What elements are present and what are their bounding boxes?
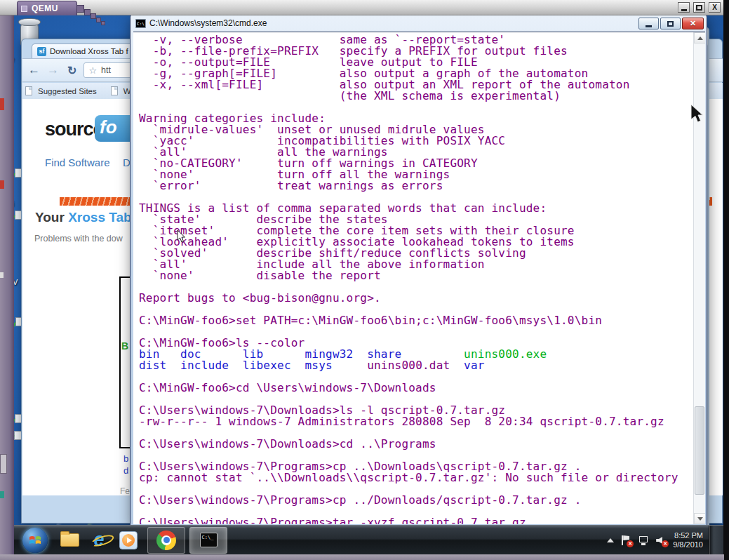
scroll-down-icon bbox=[697, 517, 703, 521]
taskbar-chrome-button[interactable] bbox=[147, 527, 185, 554]
minimize-icon bbox=[646, 25, 652, 27]
guest-mouse-cursor-icon bbox=[177, 229, 187, 244]
bookmark-page-icon bbox=[25, 86, 32, 95]
window-menu-icon[interactable] bbox=[21, 6, 27, 12]
scrollbar-thumb[interactable] bbox=[695, 406, 704, 495]
nav-link-find-software[interactable]: Find Software bbox=[45, 156, 110, 168]
host-minimize-button[interactable] bbox=[678, 2, 690, 13]
ad-text-fragment: B bbox=[121, 340, 128, 352]
cmd-icon: C:\ bbox=[135, 19, 146, 28]
background-window-fragment bbox=[0, 454, 7, 474]
flag-icon bbox=[622, 535, 623, 545]
page-heading-accent: Xross Tab bbox=[68, 210, 131, 225]
console-text: -v, --verbose same as `--report=state' -… bbox=[139, 34, 678, 524]
network-icon[interactable] bbox=[638, 535, 649, 546]
taskbar-ie-button[interactable]: e bbox=[84, 527, 114, 554]
sourceforge-favicon: sf bbox=[37, 47, 46, 56]
ie-ring-icon bbox=[90, 533, 115, 549]
host-window-tab[interactable]: QEMU bbox=[17, 1, 77, 15]
background-window-fragment bbox=[0, 272, 4, 278]
reload-button-icon[interactable]: ↻ bbox=[67, 64, 76, 77]
back-button-icon[interactable]: ← bbox=[28, 63, 40, 77]
cmd-titlebar[interactable]: C:\ C:\Windows\system32\cmd.exe ✕ bbox=[131, 15, 707, 32]
page-heading: Your Xross Tab bbox=[35, 210, 132, 225]
taskbar-media-player-button[interactable] bbox=[114, 527, 143, 554]
page-text-fragment: b bbox=[123, 453, 128, 464]
scroll-down-button[interactable] bbox=[694, 513, 705, 524]
network-monitor-icon bbox=[639, 536, 648, 542]
host-frame-bottom-edge bbox=[0, 554, 724, 560]
bookmark-page-icon bbox=[111, 86, 118, 95]
tray-time: 8:52 PM bbox=[673, 531, 703, 540]
taskbar-explorer-button[interactable] bbox=[55, 527, 84, 554]
maximize-button[interactable] bbox=[660, 18, 681, 29]
close-icon: ✕ bbox=[690, 19, 696, 28]
scroll-up-icon bbox=[697, 36, 703, 40]
tab-decoration bbox=[96, 18, 101, 22]
cmd-taskbar-icon: C:\_ bbox=[200, 533, 218, 547]
scroll-up-button[interactable] bbox=[694, 32, 705, 44]
tab-title: Download Xross Tab f bbox=[50, 47, 128, 55]
page-subtext: Problems with the dow bbox=[34, 234, 123, 244]
recycle-bin-lid bbox=[18, 18, 41, 26]
system-tray: ✕ ✕ 8:52 PM 9/8/2010 bbox=[607, 526, 703, 555]
minimize-button[interactable] bbox=[638, 18, 659, 29]
cmd-window: C:\ C:\Windows\system32\cmd.exe ✕ -v, --… bbox=[130, 14, 707, 526]
close-button[interactable]: ✕ bbox=[682, 18, 704, 29]
maximize-icon bbox=[667, 21, 674, 27]
show-desktop-button[interactable] bbox=[709, 526, 724, 555]
background-window-edge bbox=[0, 15, 14, 560]
volume-icon[interactable]: ✕ bbox=[655, 535, 667, 546]
tray-clock[interactable]: 8:52 PM 9/8/2010 bbox=[673, 531, 703, 549]
background-window-fragment bbox=[0, 491, 4, 498]
cmd-window-title: C:\Windows\system32\cmd.exe bbox=[149, 18, 267, 28]
host-close-icon: X bbox=[712, 4, 717, 11]
feedback-link-cut[interactable]: Fe bbox=[120, 486, 130, 495]
action-center-flag-icon[interactable]: ✕ bbox=[620, 535, 631, 546]
tab-decoration bbox=[76, 5, 84, 13]
browser-tab[interactable]: sf Download Xross Tab f bbox=[32, 44, 137, 58]
error-badge-icon: ✕ bbox=[627, 540, 634, 547]
start-button[interactable] bbox=[22, 528, 48, 553]
url-text: htt bbox=[101, 65, 111, 75]
windows-flag-icon bbox=[22, 528, 48, 553]
host-close-button[interactable]: X bbox=[709, 2, 721, 13]
background-window-fragment bbox=[0, 180, 4, 189]
internet-explorer-icon: e bbox=[93, 529, 104, 551]
host-mouse-cursor-icon bbox=[690, 104, 706, 125]
bookmark-item[interactable]: Suggested Sites bbox=[38, 87, 97, 95]
qemu-screen: Re gVi gV sf Download Xross Tab f ← → ↻ … bbox=[0, 0, 729, 560]
host-window-title: QEMU bbox=[32, 4, 58, 13]
host-maximize-button[interactable] bbox=[693, 2, 705, 13]
taskbar-cmd-button[interactable]: C:\_ bbox=[189, 527, 227, 554]
media-player-icon bbox=[119, 531, 138, 549]
tray-date: 9/8/2010 bbox=[673, 540, 703, 549]
host-maximize-icon bbox=[696, 5, 702, 11]
tab-decoration bbox=[91, 13, 96, 19]
console-area[interactable]: -v, --verbose same as `--report=state' -… bbox=[133, 32, 705, 524]
bookmark-star-icon[interactable]: ☆ bbox=[88, 65, 97, 76]
show-hidden-icons-button[interactable] bbox=[607, 538, 614, 542]
host-titlebar[interactable] bbox=[0, 0, 724, 15]
muted-badge-icon: ✕ bbox=[662, 540, 669, 547]
background-window-fragment bbox=[0, 98, 4, 110]
page-text-fragment: d bbox=[123, 465, 128, 476]
tab-decoration bbox=[101, 21, 105, 25]
host-minimize-icon bbox=[681, 9, 687, 11]
chrome-icon bbox=[156, 531, 176, 550]
explorer-folder-icon bbox=[60, 533, 79, 547]
host-frame-right-edge bbox=[723, 0, 729, 560]
tab-decoration bbox=[84, 9, 91, 15]
forward-button-icon[interactable]: → bbox=[47, 63, 59, 77]
taskbar: e C:\_ ✕ ✕ 8:52 PM 9/8/20 bbox=[14, 525, 724, 554]
